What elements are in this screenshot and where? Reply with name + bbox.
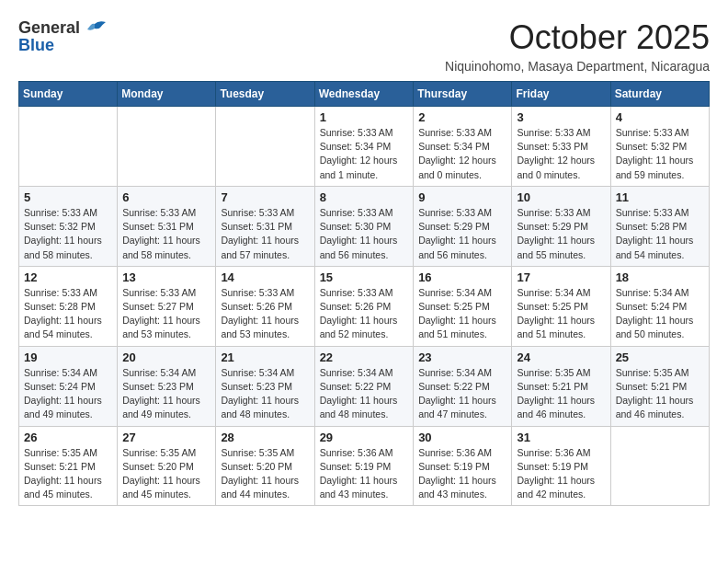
logo-general: General <box>18 18 80 38</box>
day-of-week-header: Thursday <box>414 82 512 107</box>
day-info: Sunrise: 5:34 AM Sunset: 5:24 PM Dayligh… <box>24 366 112 422</box>
calendar-cell: 24Sunrise: 5:35 AM Sunset: 5:21 PM Dayli… <box>512 346 610 426</box>
day-info: Sunrise: 5:34 AM Sunset: 5:25 PM Dayligh… <box>517 286 605 342</box>
calendar-cell: 19Sunrise: 5:34 AM Sunset: 5:24 PM Dayli… <box>19 346 118 426</box>
day-number: 28 <box>221 431 309 444</box>
calendar-cell: 7Sunrise: 5:33 AM Sunset: 5:31 PM Daylig… <box>216 186 314 266</box>
calendar-cell: 12Sunrise: 5:33 AM Sunset: 5:28 PM Dayli… <box>19 266 118 346</box>
calendar-cell: 22Sunrise: 5:34 AM Sunset: 5:22 PM Dayli… <box>314 346 414 426</box>
calendar-cell: 21Sunrise: 5:34 AM Sunset: 5:23 PM Dayli… <box>216 346 314 426</box>
day-info: Sunrise: 5:33 AM Sunset: 5:33 PM Dayligh… <box>517 126 605 182</box>
day-info: Sunrise: 5:36 AM Sunset: 5:19 PM Dayligh… <box>320 446 409 502</box>
logo-blue: Blue <box>18 36 54 55</box>
day-info: Sunrise: 5:33 AM Sunset: 5:29 PM Dayligh… <box>517 206 605 262</box>
calendar-cell: 31Sunrise: 5:36 AM Sunset: 5:19 PM Dayli… <box>512 426 610 506</box>
day-info: Sunrise: 5:33 AM Sunset: 5:34 PM Dayligh… <box>418 126 506 182</box>
day-info: Sunrise: 5:35 AM Sunset: 5:20 PM Dayligh… <box>122 446 210 502</box>
calendar-cell: 3Sunrise: 5:33 AM Sunset: 5:33 PM Daylig… <box>512 107 610 187</box>
day-number: 9 <box>418 190 506 204</box>
calendar-cell: 6Sunrise: 5:33 AM Sunset: 5:31 PM Daylig… <box>118 186 216 266</box>
month-title: October 2025 <box>445 18 710 57</box>
calendar-cell: 26Sunrise: 5:35 AM Sunset: 5:21 PM Dayli… <box>19 426 118 506</box>
day-number: 30 <box>418 431 506 444</box>
day-info: Sunrise: 5:33 AM Sunset: 5:31 PM Dayligh… <box>122 206 210 262</box>
location: Niquinohomo, Masaya Department, Nicaragu… <box>445 59 710 74</box>
calendar-cell: 28Sunrise: 5:35 AM Sunset: 5:20 PM Dayli… <box>216 426 314 506</box>
title-block: October 2025 Niquinohomo, Masaya Departm… <box>445 18 710 74</box>
day-number: 26 <box>24 431 112 444</box>
day-info: Sunrise: 5:35 AM Sunset: 5:20 PM Dayligh… <box>221 446 309 502</box>
calendar-week-row: 19Sunrise: 5:34 AM Sunset: 5:24 PM Dayli… <box>19 346 710 426</box>
calendar-cell: 18Sunrise: 5:34 AM Sunset: 5:24 PM Dayli… <box>610 266 709 346</box>
day-of-week-header: Friday <box>512 82 610 107</box>
day-info: Sunrise: 5:34 AM Sunset: 5:23 PM Dayligh… <box>221 366 309 422</box>
day-info: Sunrise: 5:33 AM Sunset: 5:31 PM Dayligh… <box>221 206 309 262</box>
day-info: Sunrise: 5:33 AM Sunset: 5:28 PM Dayligh… <box>24 286 112 342</box>
day-number: 6 <box>122 190 210 204</box>
day-info: Sunrise: 5:33 AM Sunset: 5:27 PM Dayligh… <box>122 286 210 342</box>
calendar-cell <box>118 107 216 187</box>
calendar-cell: 13Sunrise: 5:33 AM Sunset: 5:27 PM Dayli… <box>118 266 216 346</box>
day-number: 22 <box>320 350 409 364</box>
day-number: 20 <box>122 350 210 364</box>
day-number: 1 <box>320 110 409 124</box>
calendar-cell: 9Sunrise: 5:33 AM Sunset: 5:29 PM Daylig… <box>414 186 512 266</box>
calendar-cell: 25Sunrise: 5:35 AM Sunset: 5:21 PM Dayli… <box>610 346 709 426</box>
day-of-week-header: Saturday <box>610 82 709 107</box>
day-info: Sunrise: 5:33 AM Sunset: 5:26 PM Dayligh… <box>320 286 409 342</box>
calendar-cell: 2Sunrise: 5:33 AM Sunset: 5:34 PM Daylig… <box>414 107 512 187</box>
calendar-cell <box>19 107 118 187</box>
logo: General Blue <box>18 18 108 55</box>
day-number: 29 <box>320 431 409 444</box>
day-number: 10 <box>517 190 605 204</box>
day-info: Sunrise: 5:35 AM Sunset: 5:21 PM Dayligh… <box>517 366 605 422</box>
day-info: Sunrise: 5:34 AM Sunset: 5:24 PM Dayligh… <box>616 286 704 342</box>
day-number: 19 <box>24 350 112 364</box>
day-number: 17 <box>517 270 605 284</box>
day-number: 14 <box>221 270 309 284</box>
day-number: 18 <box>616 270 704 284</box>
calendar-week-row: 12Sunrise: 5:33 AM Sunset: 5:28 PM Dayli… <box>19 266 710 346</box>
day-info: Sunrise: 5:36 AM Sunset: 5:19 PM Dayligh… <box>517 446 605 502</box>
calendar-cell: 16Sunrise: 5:34 AM Sunset: 5:25 PM Dayli… <box>414 266 512 346</box>
calendar-week-row: 26Sunrise: 5:35 AM Sunset: 5:21 PM Dayli… <box>19 426 710 506</box>
calendar-cell: 4Sunrise: 5:33 AM Sunset: 5:32 PM Daylig… <box>610 107 709 187</box>
day-info: Sunrise: 5:34 AM Sunset: 5:22 PM Dayligh… <box>320 366 409 422</box>
calendar-cell: 30Sunrise: 5:36 AM Sunset: 5:19 PM Dayli… <box>414 426 512 506</box>
day-of-week-header: Sunday <box>19 82 118 107</box>
calendar-cell: 8Sunrise: 5:33 AM Sunset: 5:30 PM Daylig… <box>314 186 414 266</box>
day-number: 27 <box>122 431 210 444</box>
day-number: 2 <box>418 110 506 124</box>
day-number: 15 <box>320 270 409 284</box>
day-number: 7 <box>221 190 309 204</box>
calendar-cell: 14Sunrise: 5:33 AM Sunset: 5:26 PM Dayli… <box>216 266 314 346</box>
day-info: Sunrise: 5:33 AM Sunset: 5:29 PM Dayligh… <box>418 206 506 262</box>
calendar-week-row: 5Sunrise: 5:33 AM Sunset: 5:32 PM Daylig… <box>19 186 710 266</box>
calendar-cell <box>610 426 709 506</box>
day-number: 4 <box>616 110 704 124</box>
calendar-cell: 1Sunrise: 5:33 AM Sunset: 5:34 PM Daylig… <box>314 107 414 187</box>
calendar-cell: 23Sunrise: 5:34 AM Sunset: 5:22 PM Dayli… <box>414 346 512 426</box>
calendar-cell: 11Sunrise: 5:33 AM Sunset: 5:28 PM Dayli… <box>610 186 709 266</box>
calendar-header-row: SundayMondayTuesdayWednesdayThursdayFrid… <box>19 82 710 107</box>
calendar-cell: 27Sunrise: 5:35 AM Sunset: 5:20 PM Dayli… <box>118 426 216 506</box>
day-info: Sunrise: 5:33 AM Sunset: 5:26 PM Dayligh… <box>221 286 309 342</box>
day-number: 12 <box>24 270 112 284</box>
logo-bird-icon <box>82 20 108 37</box>
calendar-cell: 20Sunrise: 5:34 AM Sunset: 5:23 PM Dayli… <box>118 346 216 426</box>
day-of-week-header: Monday <box>118 82 216 107</box>
page-header: General Blue October 2025 Niquinohomo, M… <box>18 18 710 74</box>
day-number: 3 <box>517 110 605 124</box>
day-number: 21 <box>221 350 309 364</box>
day-info: Sunrise: 5:34 AM Sunset: 5:25 PM Dayligh… <box>418 286 506 342</box>
day-info: Sunrise: 5:34 AM Sunset: 5:23 PM Dayligh… <box>122 366 210 422</box>
day-number: 24 <box>517 350 605 364</box>
day-number: 5 <box>24 190 112 204</box>
calendar-cell <box>216 107 314 187</box>
calendar-cell: 17Sunrise: 5:34 AM Sunset: 5:25 PM Dayli… <box>512 266 610 346</box>
day-number: 8 <box>320 190 409 204</box>
day-info: Sunrise: 5:34 AM Sunset: 5:22 PM Dayligh… <box>418 366 506 422</box>
day-number: 31 <box>517 431 605 444</box>
day-of-week-header: Tuesday <box>216 82 314 107</box>
day-number: 11 <box>616 190 704 204</box>
